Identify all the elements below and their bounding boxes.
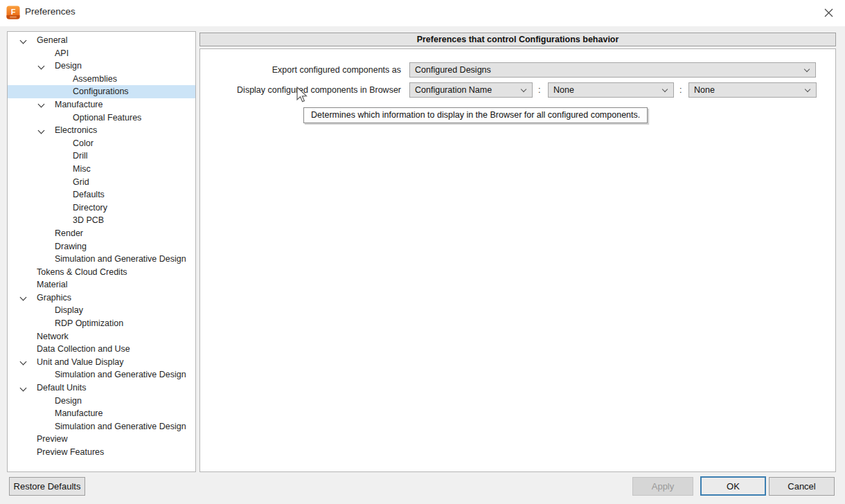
sidebar-item-label: Display: [55, 305, 83, 315]
sidebar-item-label: Configurations: [73, 87, 129, 96]
sidebar-item-label: Unit and Value Display: [37, 357, 124, 367]
preferences-tree: GeneralAPIDesignAssembliesConfigurations…: [8, 32, 195, 459]
configurations-settings-panel: Export configured components as Configur…: [199, 48, 836, 472]
chevron-down-icon[interactable]: [38, 62, 45, 69]
sidebar-item-simulation-and-generative-design[interactable]: Simulation and Generative Design: [8, 368, 195, 381]
sidebar-item-label: Design: [55, 61, 82, 71]
sidebar-item-label: Simulation and Generative Design: [55, 254, 186, 264]
sidebar-item-label: Simulation and Generative Design: [55, 422, 186, 431]
ok-button[interactable]: OK: [700, 476, 766, 496]
sidebar-item-render[interactable]: Render: [8, 227, 195, 240]
sidebar-item-label: 3D PCB: [73, 215, 104, 225]
sidebar-item-simulation-and-generative-design[interactable]: Simulation and Generative Design: [8, 253, 195, 266]
sidebar-item-defaults[interactable]: Defaults: [8, 188, 195, 201]
sidebar-item-api[interactable]: API: [8, 47, 195, 60]
tooltip: Determines which information to display …: [303, 107, 648, 123]
chevron-down-icon: [804, 66, 810, 72]
dropdown-value: None: [694, 85, 715, 95]
separator-colon: :: [679, 82, 682, 98]
sidebar-item-label: Material: [37, 280, 67, 289]
chevron-down-icon[interactable]: [20, 37, 27, 44]
cancel-button[interactable]: Cancel: [769, 477, 835, 496]
sidebar-item-preview[interactable]: Preview: [8, 433, 195, 446]
sidebar-item-label: Color: [73, 138, 94, 148]
sidebar-item-label: Simulation and Generative Design: [55, 370, 186, 379]
chevron-down-icon[interactable]: [38, 101, 45, 108]
export-configured-components-label: Export configured components as: [200, 62, 401, 78]
preferences-sidebar: GeneralAPIDesignAssembliesConfigurations…: [7, 31, 196, 472]
sidebar-item-configurations[interactable]: Configurations: [8, 85, 195, 98]
close-icon[interactable]: [821, 6, 835, 19]
sidebar-item-grid[interactable]: Grid: [8, 176, 195, 189]
sidebar-item-label: Graphics: [37, 293, 71, 303]
sidebar-item-label: Drawing: [55, 242, 87, 251]
sidebar-item-label: API: [55, 48, 69, 58]
sidebar-item-manufacture[interactable]: Manufacture: [8, 407, 195, 420]
chevron-down-icon[interactable]: [20, 294, 27, 301]
sidebar-item-drill[interactable]: Drill: [8, 150, 195, 163]
sidebar-item-network[interactable]: Network: [8, 330, 195, 343]
sidebar-item-material[interactable]: Material: [8, 278, 195, 291]
chevron-down-icon[interactable]: [20, 359, 27, 366]
sidebar-item-label: Default Units: [37, 383, 87, 393]
sidebar-item-simulation-and-generative-design[interactable]: Simulation and Generative Design: [8, 420, 195, 433]
apply-button[interactable]: Apply: [632, 477, 693, 496]
browser-display-field2-dropdown[interactable]: None: [548, 82, 674, 98]
sidebar-item-electronics[interactable]: Electronics: [8, 124, 195, 137]
fusion-logo-icon: F: [6, 6, 20, 19]
mouse-cursor: [296, 87, 308, 105]
sidebar-item-label: Network: [37, 332, 69, 341]
sidebar-item-label: Optional Features: [73, 113, 141, 123]
chevron-down-icon[interactable]: [38, 127, 45, 134]
sidebar-item-label: Drill: [73, 151, 88, 161]
sidebar-item-optional-features[interactable]: Optional Features: [8, 111, 195, 125]
dropdown-value: Configuration Name: [415, 85, 492, 95]
sidebar-item-preview-features[interactable]: Preview Features: [8, 446, 195, 459]
sidebar-item-3d-pcb[interactable]: 3D PCB: [8, 214, 195, 227]
separator-colon: :: [538, 82, 540, 98]
sidebar-item-label: RDP Optimization: [55, 318, 123, 328]
sidebar-item-assemblies[interactable]: Assemblies: [8, 73, 195, 86]
sidebar-item-display[interactable]: Display: [8, 304, 195, 317]
sidebar-item-label: Directory: [73, 203, 107, 213]
sidebar-item-default-units[interactable]: Default Units: [8, 381, 195, 395]
sidebar-item-color[interactable]: Color: [8, 137, 195, 150]
restore-defaults-button[interactable]: Restore Defaults: [9, 477, 85, 496]
sidebar-item-label: Misc: [73, 164, 91, 174]
sidebar-item-tokens-cloud-credits[interactable]: Tokens & Cloud Credits: [8, 266, 195, 279]
titlebar: F Preferences: [0, 0, 845, 26]
chevron-down-icon[interactable]: [20, 384, 27, 391]
sidebar-item-design[interactable]: Design: [8, 395, 195, 408]
sidebar-item-rdp-optimization[interactable]: RDP Optimization: [8, 317, 195, 330]
sidebar-item-label: Defaults: [73, 190, 105, 199]
sidebar-item-misc[interactable]: Misc: [8, 163, 195, 176]
sidebar-item-label: Assemblies: [73, 74, 117, 84]
browser-display-field3-dropdown[interactable]: None: [688, 82, 817, 98]
dropdown-value: None: [553, 85, 574, 95]
browser-display-field1-dropdown[interactable]: Configuration Name: [409, 82, 533, 98]
chevron-down-icon: [662, 87, 668, 92]
sidebar-item-label: Data Collection and Use: [37, 344, 130, 354]
chevron-down-icon: [521, 87, 526, 92]
sidebar-item-manufacture[interactable]: Manufacture: [8, 98, 195, 111]
sidebar-item-drawing[interactable]: Drawing: [8, 240, 195, 253]
dropdown-value: Configured Designs: [415, 65, 491, 75]
sidebar-item-data-collection-and-use[interactable]: Data Collection and Use: [8, 343, 195, 356]
sidebar-item-graphics[interactable]: Graphics: [8, 291, 195, 305]
sidebar-item-directory[interactable]: Directory: [8, 201, 195, 215]
window-title: Preferences: [25, 6, 75, 17]
sidebar-item-label: Electronics: [55, 125, 97, 135]
sidebar-item-label: Render: [55, 228, 83, 238]
export-configured-components-dropdown[interactable]: Configured Designs: [409, 62, 816, 78]
sidebar-item-label: Grid: [73, 177, 89, 187]
preferences-dialog-body: GeneralAPIDesignAssembliesConfigurations…: [0, 26, 845, 504]
sidebar-item-design[interactable]: Design: [8, 60, 195, 73]
panel-header: Preferences that control Configurations …: [199, 33, 836, 46]
sidebar-item-label: Preview: [37, 434, 67, 444]
sidebar-item-label: Preview Features: [37, 447, 104, 457]
sidebar-item-label: Manufacture: [55, 408, 103, 418]
svg-text:F: F: [11, 8, 16, 16]
sidebar-item-general[interactable]: General: [8, 34, 195, 47]
sidebar-item-unit-and-value-display[interactable]: Unit and Value Display: [8, 356, 195, 369]
sidebar-item-label: Tokens & Cloud Credits: [37, 267, 127, 277]
